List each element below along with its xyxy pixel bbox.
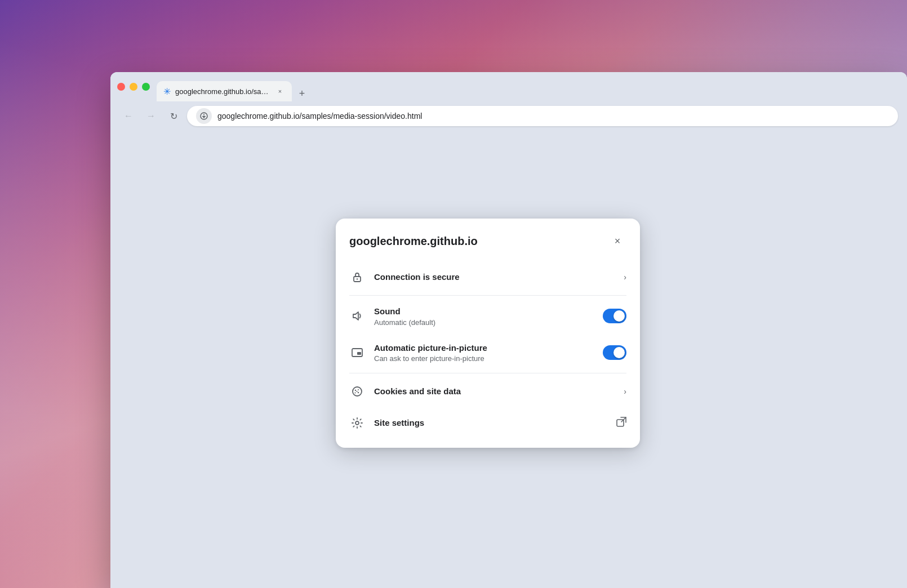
pip-item[interactable]: Automatic picture-in-picture Can ask to …: [340, 335, 635, 371]
divider-1: [349, 295, 626, 296]
titlebar: ✳ googlechrome.github.io/samp × +: [110, 72, 907, 101]
url-text: googlechrome.github.io/samples/media-ses…: [217, 112, 889, 121]
active-tab[interactable]: ✳ googlechrome.github.io/samp ×: [157, 81, 292, 101]
popup-header: googlechrome.github.io ×: [336, 219, 640, 261]
svg-point-14: [358, 392, 359, 393]
pip-icon: [349, 345, 365, 360]
pip-content: Automatic picture-in-picture Can ask to …: [374, 342, 594, 363]
site-info-popup: googlechrome.github.io × Connection is s…: [336, 219, 640, 448]
tab-favicon: ✳: [163, 86, 171, 97]
address-bar[interactable]: googlechrome.github.io/samples/media-ses…: [187, 106, 898, 126]
divider-2: [349, 373, 626, 373]
minimize-window-button[interactable]: [130, 83, 137, 91]
lock-icon: [349, 269, 365, 285]
svg-point-11: [355, 390, 356, 391]
sound-item[interactable]: Sound Automatic (default): [340, 298, 635, 335]
svg-rect-9: [357, 352, 361, 355]
connection-security-content: Connection is secure: [374, 271, 615, 283]
svg-rect-4: [204, 116, 206, 117]
close-window-button[interactable]: [117, 83, 125, 91]
pip-toggle[interactable]: [603, 345, 626, 360]
back-button[interactable]: ←: [119, 107, 137, 125]
pip-title: Automatic picture-in-picture: [374, 342, 594, 354]
connection-security-item[interactable]: Connection is secure ›: [340, 261, 635, 293]
popup-close-button[interactable]: ×: [608, 232, 626, 250]
cookies-icon: [349, 384, 365, 399]
sound-content: Sound Automatic (default): [374, 306, 594, 327]
svg-rect-2: [203, 115, 204, 118]
tab-title: googlechrome.github.io/samp: [175, 87, 270, 96]
svg-point-13: [355, 393, 356, 394]
svg-point-12: [358, 389, 359, 390]
cookies-item[interactable]: Cookies and site data ›: [340, 376, 635, 407]
popup-title: googlechrome.github.io: [349, 235, 478, 248]
maximize-window-button[interactable]: [142, 83, 150, 91]
site-info-icon: [199, 112, 208, 121]
sound-title: Sound: [374, 306, 594, 317]
connection-security-title: Connection is secure: [374, 271, 615, 283]
site-settings-content: Site settings: [374, 417, 607, 429]
site-settings-icon: [349, 415, 365, 431]
toolbar: ← → ↻ googlechrome.github.io/samples/med…: [110, 101, 907, 131]
cookies-title: Cookies and site data: [374, 386, 615, 397]
new-tab-button[interactable]: +: [294, 86, 310, 101]
tab-bar: ✳ googlechrome.github.io/samp × +: [157, 72, 900, 101]
pip-subtitle: Can ask to enter picture-in-picture: [374, 354, 594, 363]
sound-toggle[interactable]: [603, 309, 626, 323]
browser-window: ✳ googlechrome.github.io/samp × + ← → ↻ …: [110, 72, 907, 588]
reload-button[interactable]: ↻: [164, 107, 183, 125]
cookies-arrow: ›: [624, 387, 626, 396]
svg-point-15: [357, 391, 358, 392]
svg-point-16: [355, 421, 359, 425]
svg-point-6: [357, 278, 358, 279]
popup-body: Connection is secure › Sound Automatic (…: [336, 261, 640, 448]
site-settings-title: Site settings: [374, 417, 607, 429]
forward-button[interactable]: →: [142, 107, 160, 125]
sound-subtitle: Automatic (default): [374, 318, 594, 327]
site-info-button[interactable]: [196, 108, 212, 124]
external-link-icon: [616, 417, 626, 429]
tab-close-button[interactable]: ×: [275, 86, 285, 96]
svg-marker-7: [353, 312, 358, 320]
traffic-lights: [117, 83, 150, 91]
svg-rect-3: [202, 116, 203, 117]
sound-icon: [349, 308, 365, 324]
site-settings-item[interactable]: Site settings: [340, 407, 635, 439]
cookies-content: Cookies and site data: [374, 386, 615, 397]
svg-point-1: [203, 114, 204, 115]
connection-security-arrow: ›: [624, 273, 626, 282]
